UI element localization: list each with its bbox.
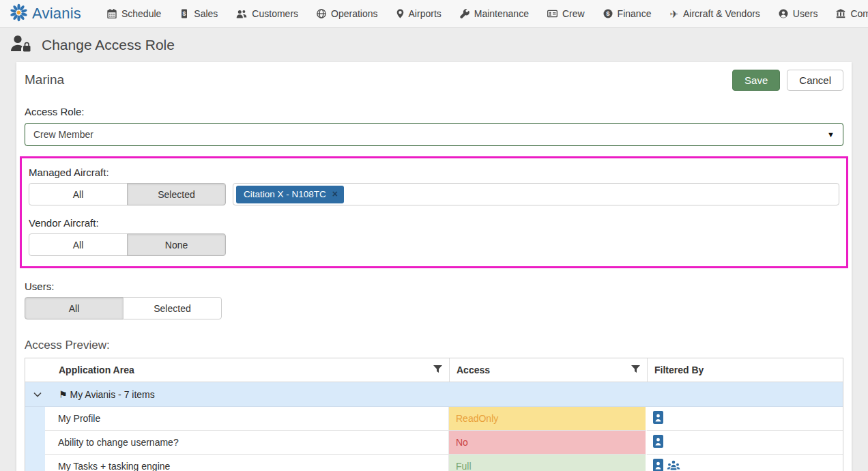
save-button[interactable]: Save (732, 70, 780, 91)
people-icon (236, 9, 247, 18)
id-card-icon (547, 9, 558, 18)
nav-item-crew[interactable]: Crew (547, 8, 585, 19)
nav-item-label: Operations (331, 8, 377, 19)
brand-name: Avianis (32, 5, 81, 23)
managed-aircraft-tag-input[interactable]: Citation X - N108TC × (233, 183, 839, 205)
aircraft-tag: Citation X - N108TC × (236, 186, 344, 203)
vendor-aircraft-all-button[interactable]: All (29, 233, 128, 256)
filtered-by-cell (647, 407, 843, 431)
chevron-down-icon[interactable] (33, 392, 42, 397)
vendor-aircraft-toggle: All None (29, 233, 226, 256)
group-row-my-avianis[interactable]: ⚑ My Avianis - 7 items (25, 382, 843, 407)
change-access-role-panel: Marina Save Cancel Access Role: Crew Mem… (16, 62, 852, 471)
nav-item-label: Finance (618, 8, 652, 19)
users-toggle: All Selected (25, 297, 222, 319)
nav-item-label: Sales (194, 8, 218, 19)
application-area-cell: Ability to change username? (45, 431, 449, 455)
nav-item-label: Schedule (121, 8, 161, 19)
cancel-button[interactable]: Cancel (787, 70, 843, 91)
page-title: Change Access Role (42, 37, 175, 53)
managed-aircraft-label: Managed Aircraft: (29, 167, 839, 178)
user-lock-icon (10, 35, 33, 55)
vendor-aircraft-none-button[interactable]: None (127, 233, 226, 256)
page-header: Change Access Role (0, 28, 868, 62)
nav-item-aircraft-vendors[interactable]: ✈ Aircraft & Vendors (669, 8, 760, 19)
calendar-icon (107, 9, 117, 18)
column-header-filtered-by: Filtered By (654, 365, 704, 375)
aircraft-highlight-box: Managed Aircraft: All Selected Citation … (20, 156, 848, 268)
access-cell: ReadOnly (449, 407, 647, 431)
access-role-value: Crew Member (33, 129, 93, 140)
nav-item-label: Users (793, 8, 818, 19)
filtered-by-cell (647, 431, 843, 455)
user-badge-icon (653, 411, 663, 426)
group-label: My Avianis - 7 items (70, 389, 155, 400)
access-preview-table: Application Area Access Filtered By ⚑ My… (25, 358, 843, 471)
access-role-select[interactable]: Crew Member ▼ (25, 123, 843, 146)
access-cell: No (449, 431, 647, 455)
svg-text:$: $ (183, 10, 186, 17)
close-icon[interactable]: × (332, 189, 338, 199)
nav-item-sales[interactable]: $ Sales (179, 8, 218, 19)
managed-aircraft-toggle: All Selected (29, 183, 226, 205)
row-indent (25, 407, 45, 431)
application-area-cell: My Profile (45, 407, 449, 431)
bank-icon (836, 9, 845, 18)
svg-text:$: $ (606, 10, 610, 17)
wrench-icon (460, 9, 469, 18)
nav-item-operations[interactable]: Operations (317, 8, 377, 19)
user-name-heading: Marina (25, 70, 64, 87)
globe-icon (317, 9, 326, 18)
dollar-circle-icon: $ (603, 9, 613, 18)
nav-item-label: Airports (409, 8, 442, 19)
access-preview-label: Access Preview: (25, 339, 843, 352)
brand-logo[interactable]: Avianis (10, 3, 81, 25)
application-area-cell: My Tasks + tasking engine (45, 455, 449, 471)
turbine-logo-icon (10, 3, 28, 25)
chevron-down-icon: ▼ (827, 130, 835, 139)
filtered-by-cell (647, 455, 843, 471)
table-row[interactable]: My Tasks + tasking engine Full (25, 455, 843, 471)
user-group-icon (667, 460, 680, 471)
top-navbar: Avianis Schedule $ Sales (0, 0, 868, 28)
row-indent (25, 455, 45, 471)
nav-item-company[interactable]: Company (836, 8, 868, 19)
nav-item-maintenance[interactable]: Maintenance (460, 8, 529, 19)
users-label: Users: (25, 281, 843, 292)
plane-icon: ✈ (669, 9, 678, 19)
nav-item-users[interactable]: Users (779, 8, 818, 19)
nav-item-finance[interactable]: $ Finance (603, 8, 652, 19)
nav-item-label: Aircraft & Vendors (683, 8, 760, 19)
map-marker-icon (396, 9, 404, 18)
nav-item-customers[interactable]: Customers (236, 8, 298, 19)
users-all-button[interactable]: All (25, 297, 124, 319)
nav-menu: Schedule $ Sales Customers (107, 8, 868, 19)
aircraft-tag-label: Citation X - N108TC (244, 189, 326, 199)
flag-icon: ⚑ (59, 389, 68, 400)
money-icon: $ (179, 9, 189, 18)
access-cell: Full (449, 455, 647, 471)
nav-item-schedule[interactable]: Schedule (107, 8, 161, 19)
users-selected-button[interactable]: Selected (123, 297, 222, 319)
filter-icon[interactable] (433, 365, 442, 375)
table-header-row: Application Area Access Filtered By (25, 358, 843, 382)
table-row[interactable]: Ability to change username? No (25, 431, 843, 455)
managed-aircraft-selected-button[interactable]: Selected (127, 183, 226, 205)
row-indent (25, 431, 45, 455)
vendor-aircraft-label: Vendor Aircraft: (29, 217, 839, 229)
managed-aircraft-all-button[interactable]: All (29, 183, 128, 205)
nav-item-label: Crew (562, 8, 585, 19)
nav-item-label: Maintenance (474, 8, 529, 19)
nav-item-label: Customers (252, 8, 298, 19)
column-header-application-area: Application Area (59, 365, 134, 375)
user-badge-icon (653, 459, 663, 471)
nav-item-airports[interactable]: Airports (396, 8, 442, 19)
nav-item-label: Company (850, 8, 868, 19)
user-badge-icon (653, 435, 663, 450)
filter-icon[interactable] (631, 365, 640, 375)
access-role-label: Access Role: (25, 106, 843, 117)
table-row[interactable]: My Profile ReadOnly (25, 407, 843, 431)
user-circle-icon (779, 9, 788, 18)
column-header-access: Access (457, 365, 490, 375)
form-actions: Save Cancel (732, 70, 843, 91)
